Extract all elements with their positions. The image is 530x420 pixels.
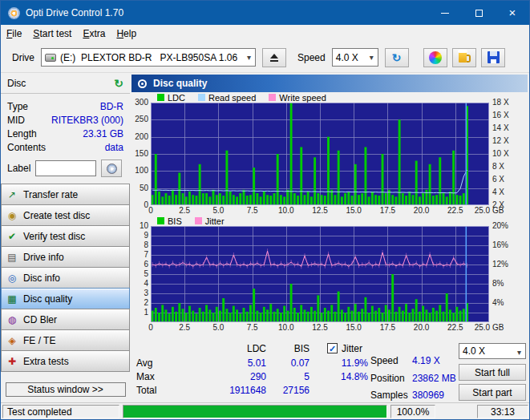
cd-bler-icon: ◍	[5, 314, 19, 325]
drive-icon	[45, 54, 56, 62]
donate-button[interactable]	[452, 48, 476, 67]
eject-button[interactable]	[262, 48, 286, 67]
axis-tick-label: 12 X	[492, 137, 509, 145]
samples-stat-label: Samples	[370, 390, 408, 402]
sidebar-item-verify-test-disc[interactable]: ✔Verify test disc	[1, 225, 130, 247]
scan-speed-select[interactable]: 4.0 X	[459, 343, 526, 359]
axis-tick-label: 4%	[492, 299, 504, 307]
sidebar-item-cd-bler[interactable]: ◍CD Bler	[1, 309, 130, 330]
start-full-button[interactable]: Start full	[459, 364, 526, 381]
beer-icon	[459, 52, 467, 63]
axis-tick-label: 8%	[492, 280, 504, 288]
chart2-left-axis: 10987654321	[130, 226, 151, 322]
fe-te-icon: ◈	[5, 335, 19, 346]
sidebar-item-transfer-rate[interactable]: ↗Transfer rate	[1, 184, 130, 205]
edit-label-button[interactable]	[101, 160, 122, 177]
axis-tick-label: 16 X	[492, 111, 509, 119]
axis-tick-label: 25.0 GB	[475, 323, 504, 332]
axis-tick-label: 25.0 GB	[475, 206, 504, 215]
close-button[interactable]	[496, 1, 529, 25]
main-panel: Disc quality LDCRead speedWrite speed 30…	[130, 73, 529, 402]
app-window: Opti Drive Control 1.70 FileStart testEx…	[0, 0, 530, 420]
bis-column-header: BIS	[273, 343, 310, 355]
axis-tick-label: 22.5	[447, 323, 463, 332]
cd-icon	[107, 164, 117, 174]
axis-tick-label: 10	[130, 222, 148, 230]
results-panel: LDC BIS ✓ Jitter Avg 5.01 0.07 11.9% Max…	[130, 333, 529, 402]
minimize-icon	[441, 13, 449, 14]
maximize-icon	[475, 10, 483, 17]
sidebar-item-label: Disc quality	[23, 293, 72, 305]
disc-info-label: MID	[7, 115, 25, 126]
ldc-column-header: LDC	[200, 343, 266, 355]
axis-tick-label: 9	[130, 232, 148, 240]
axis-tick-label: 300	[130, 99, 148, 107]
axis-tick-label: 17.5	[380, 323, 395, 332]
transfer-rate-icon: ↗	[5, 189, 19, 200]
axis-tick-label: 6 X	[492, 176, 504, 184]
disc-info-row-mid: MIDRITEKBR3 (000)	[1, 113, 130, 127]
max-row-label: Max	[136, 371, 155, 383]
axis-tick-label: 150	[130, 150, 148, 158]
sidebar-item-label: CD Bler	[23, 314, 57, 325]
axis-tick-label: 7.5	[247, 323, 258, 332]
menu-item-help[interactable]: Help	[111, 25, 142, 42]
legend-swatch-write-speed	[269, 94, 276, 101]
status-window-button[interactable]: Status window >>	[6, 382, 126, 397]
create-test-disc-icon: ◉	[5, 210, 19, 221]
window-title: Opti Drive Control 1.70	[26, 7, 123, 18]
disc-section-title: Disc	[7, 78, 26, 89]
disc-info-label: Contents	[7, 142, 46, 153]
axis-tick-label: 12.5	[312, 323, 327, 332]
color-settings-button[interactable]	[423, 48, 447, 67]
maximize-button[interactable]	[462, 1, 496, 25]
sidebar-item-drive-info[interactable]: ▤Drive info	[1, 246, 130, 268]
axis-tick-label: 20%	[492, 222, 508, 230]
disc-info-value: BD-R	[100, 101, 123, 112]
speed-label: Speed	[297, 52, 326, 63]
chart2-right-axis: 20%16%12%8%4%	[489, 226, 528, 322]
jitter-checkbox[interactable]: ✓	[327, 343, 338, 353]
menu-item-extra[interactable]: Extra	[77, 25, 111, 42]
chart1-right-axis: 18 X16 X14 X12 X10 X8 X6 X4 X2 X	[489, 103, 528, 205]
legend-bis: BIS	[157, 216, 182, 226]
axis-tick-label: 16%	[492, 241, 508, 249]
sidebar-item-disc-info[interactable]: ◎Disc info	[1, 267, 130, 289]
axis-tick-label: 22.5	[447, 206, 463, 215]
sidebar-item-fe-te[interactable]: ◈FE / TE	[1, 329, 130, 351]
minimize-button[interactable]	[428, 1, 462, 25]
legend-label: Jitter	[205, 216, 225, 226]
sidebar-item-extra-tests[interactable]: ✚Extra tests	[1, 350, 130, 372]
save-button[interactable]	[481, 48, 505, 67]
menu-item-start-test[interactable]: Start test	[27, 25, 77, 42]
eject-icon	[269, 54, 279, 62]
legend-swatch-bis	[157, 217, 164, 224]
label-input[interactable]	[35, 160, 96, 176]
disc-refresh-icon[interactable]	[114, 78, 123, 89]
drive-label: Drive	[12, 52, 34, 63]
drive-select[interactable]: (E:) PLEXTOR BD-R PX-LB950SA 1.06	[41, 48, 256, 67]
legend-swatch-read-speed	[198, 94, 205, 101]
ldc-read-speed-chart	[151, 103, 489, 205]
axis-tick-label: 2.5	[179, 206, 190, 215]
toolbar-speed-select[interactable]: 4.0 X	[332, 48, 378, 67]
refresh-button[interactable]	[385, 48, 409, 67]
sidebar-nav: ↗Transfer rate◉Create test disc✔Verify t…	[1, 184, 130, 372]
disc-info-row-contents: Contentsdata	[1, 140, 130, 154]
sidebar-item-create-test-disc[interactable]: ◉Create test disc	[1, 204, 130, 226]
avg-ldc-value: 5.01	[200, 357, 266, 370]
axis-tick-label: 20.0	[414, 323, 429, 332]
menu-item-file[interactable]: File	[1, 25, 27, 42]
axis-tick-label: 50	[130, 184, 148, 192]
axis-tick-label: 2.5	[179, 323, 190, 332]
progress-fill	[123, 406, 386, 418]
start-part-button[interactable]: Start part	[459, 384, 526, 401]
axis-tick-label: 0	[130, 201, 148, 209]
menubar: FileStart testExtraHelp	[1, 25, 529, 42]
toolbar-speed-value: 4.0 X	[336, 52, 358, 63]
toolbar: Drive (E:) PLEXTOR BD-R PX-LB950SA 1.06 …	[1, 42, 529, 73]
total-bis-value: 27156	[273, 385, 310, 397]
legend-write-speed: Write speed	[269, 93, 326, 103]
legend-swatch-jitter	[195, 217, 202, 224]
sidebar-item-disc-quality[interactable]: ▦Disc quality	[1, 288, 130, 309]
